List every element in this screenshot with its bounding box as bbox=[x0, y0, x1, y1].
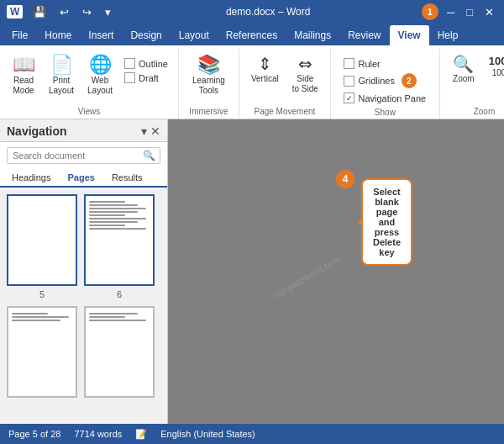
draft-checkbox-label[interactable]: Draft bbox=[121, 71, 171, 84]
gridlines-checkbox-label[interactable]: Gridlines 2 bbox=[340, 72, 419, 89]
web-layout-button[interactable]: 🌐 WebLayout bbox=[82, 52, 118, 99]
page-lines-8 bbox=[89, 311, 150, 321]
page-line bbox=[12, 320, 60, 321]
callout-bubble: Select blankpage and pressDelete key bbox=[361, 178, 412, 266]
learning-tools-button[interactable]: 📚 LearningTools bbox=[186, 52, 232, 99]
immersive-buttons: 📚 LearningTools bbox=[186, 49, 232, 105]
outline-checkbox[interactable] bbox=[124, 58, 135, 69]
nav-header-icons: ▾ ✕ bbox=[141, 124, 160, 138]
watermark: top-password.com bbox=[271, 253, 342, 299]
page-line bbox=[89, 211, 138, 213]
page-line bbox=[89, 316, 125, 318]
view-checkboxes: Outline Draft bbox=[121, 57, 171, 84]
page-line bbox=[89, 218, 146, 219]
page-thumb-img-6 bbox=[84, 194, 155, 286]
zoom-buttons: 🔍 Zoom 100% 100% bbox=[447, 49, 504, 105]
ruler-checkbox-label[interactable]: Ruler bbox=[340, 57, 383, 70]
ribbon-tab-bar: File Home Insert Design Layout Reference… bbox=[0, 24, 504, 45]
title-bar-left: W 💾 ↩ ↪ ▾ bbox=[7, 4, 114, 20]
tab-help[interactable]: Help bbox=[429, 25, 467, 45]
save-button[interactable]: 💾 bbox=[29, 4, 50, 20]
print-layout-button[interactable]: 📄 PrintLayout bbox=[44, 52, 79, 99]
page-thumb-7[interactable] bbox=[7, 306, 77, 398]
page-num-5: 5 bbox=[39, 289, 45, 299]
tab-mailings[interactable]: Mailings bbox=[286, 25, 339, 45]
search-submit-button[interactable]: 🔍 bbox=[139, 148, 160, 163]
page-line bbox=[89, 214, 125, 216]
zoom-button[interactable]: 🔍 Zoom bbox=[447, 52, 480, 87]
read-mode-button[interactable]: 📖 ReadMode bbox=[7, 52, 40, 99]
tab-headings[interactable]: Headings bbox=[3, 169, 59, 188]
step-4-badge: 4 bbox=[336, 170, 354, 188]
main-area: Navigation ▾ ✕ 🔍 Headings Pages Results … bbox=[0, 119, 504, 424]
views-buttons: 📖 ReadMode 📄 PrintLayout 🌐 WebLayout Out… bbox=[7, 49, 171, 105]
learning-tools-icon: 📚 bbox=[197, 56, 220, 74]
views-label: Views bbox=[78, 105, 101, 119]
qat-customize-button[interactable]: ▾ bbox=[102, 4, 114, 20]
vertical-button[interactable]: ⇕ Vertical bbox=[246, 52, 284, 87]
tab-file[interactable]: File bbox=[3, 25, 36, 45]
maximize-button[interactable]: □ bbox=[463, 4, 476, 20]
tab-design[interactable]: Design bbox=[122, 25, 170, 45]
step-2-badge: 2 bbox=[402, 73, 417, 88]
nav-collapse-button[interactable]: ▾ bbox=[141, 124, 147, 138]
immersive-label: Immersive bbox=[189, 105, 228, 119]
navigation-pane-checkbox-label[interactable]: ✓ Navigation Pane bbox=[340, 92, 429, 104]
tab-references[interactable]: References bbox=[218, 25, 286, 45]
nav-close-button[interactable]: ✕ bbox=[150, 124, 160, 138]
100-percent-button[interactable]: 100% 100% bbox=[484, 52, 504, 82]
outline-checkbox-label[interactable]: Outline bbox=[121, 57, 171, 70]
page-line bbox=[89, 320, 146, 321]
close-button[interactable]: ✕ bbox=[481, 4, 497, 20]
page-num-6: 6 bbox=[117, 289, 122, 299]
page-thumb-img-5 bbox=[7, 194, 77, 286]
page-thumb-6[interactable]: 6 bbox=[84, 194, 155, 299]
status-bar: Page 5 of 28 7714 words 📝 English (Unite… bbox=[0, 424, 504, 444]
gridlines-checkbox[interactable] bbox=[344, 76, 354, 87]
page-info: Page 5 of 28 bbox=[8, 429, 60, 439]
tab-view[interactable]: View bbox=[390, 25, 429, 45]
show-group: Ruler Gridlines 2 ✓ Navigation Pane Show bbox=[331, 49, 440, 119]
page-thumb-5[interactable]: 5 bbox=[7, 194, 77, 299]
page-movement-buttons: ⇕ Vertical ⇔ Sideto Side bbox=[246, 49, 323, 105]
page-thumb-img-7 bbox=[7, 306, 77, 398]
page-line bbox=[89, 228, 146, 230]
nav-pages: 5 6 bbox=[0, 188, 167, 424]
read-mode-icon: 📖 bbox=[13, 56, 35, 74]
minimize-button[interactable]: ─ bbox=[444, 4, 458, 20]
side-to-side-button[interactable]: ⇔ Sideto Side bbox=[287, 52, 323, 98]
document-title: demo.docx – Word bbox=[114, 6, 422, 18]
tab-layout[interactable]: Layout bbox=[171, 25, 218, 45]
page-lines-6 bbox=[89, 199, 150, 230]
nav-panel-header: Navigation ▾ ✕ bbox=[0, 119, 167, 142]
zoom-label: Zoom bbox=[474, 105, 496, 119]
zoom-group: 🔍 Zoom 100% 100% Zoom bbox=[440, 49, 504, 119]
zoom-icon: 🔍 bbox=[453, 56, 474, 72]
ribbon: 📖 ReadMode 📄 PrintLayout 🌐 WebLayout Out… bbox=[0, 45, 504, 119]
draft-checkbox[interactable] bbox=[124, 72, 135, 83]
tab-review[interactable]: Review bbox=[339, 25, 389, 45]
tab-insert[interactable]: Insert bbox=[80, 25, 122, 45]
page-thumb-8[interactable] bbox=[84, 306, 155, 398]
tab-home[interactable]: Home bbox=[36, 25, 80, 45]
page-movement-group: ⇕ Vertical ⇔ Sideto Side Page Movement bbox=[239, 49, 331, 119]
page-lines-7 bbox=[12, 311, 72, 321]
word-logo-icon: W bbox=[7, 5, 23, 18]
ruler-checkbox[interactable] bbox=[344, 58, 354, 69]
redo-button[interactable]: ↪ bbox=[79, 4, 95, 20]
page-line bbox=[89, 204, 138, 206]
side-to-side-icon: ⇔ bbox=[298, 56, 312, 72]
language: English (United States) bbox=[160, 429, 255, 439]
word-count: 7714 words bbox=[74, 429, 122, 439]
nav-tabs: Headings Pages Results bbox=[0, 169, 167, 188]
page-movement-label: Page Movement bbox=[254, 105, 315, 119]
window-controls: 1 ─ □ ✕ bbox=[422, 3, 497, 20]
page-line bbox=[89, 313, 138, 314]
tab-results[interactable]: Results bbox=[103, 169, 151, 188]
undo-button[interactable]: ↩ bbox=[56, 4, 72, 20]
print-layout-icon: 📄 bbox=[50, 56, 73, 74]
web-layout-icon: 🌐 bbox=[89, 56, 112, 74]
tab-pages[interactable]: Pages bbox=[59, 169, 102, 188]
search-input[interactable] bbox=[8, 148, 139, 163]
navigation-pane-checkbox[interactable]: ✓ bbox=[344, 92, 354, 103]
